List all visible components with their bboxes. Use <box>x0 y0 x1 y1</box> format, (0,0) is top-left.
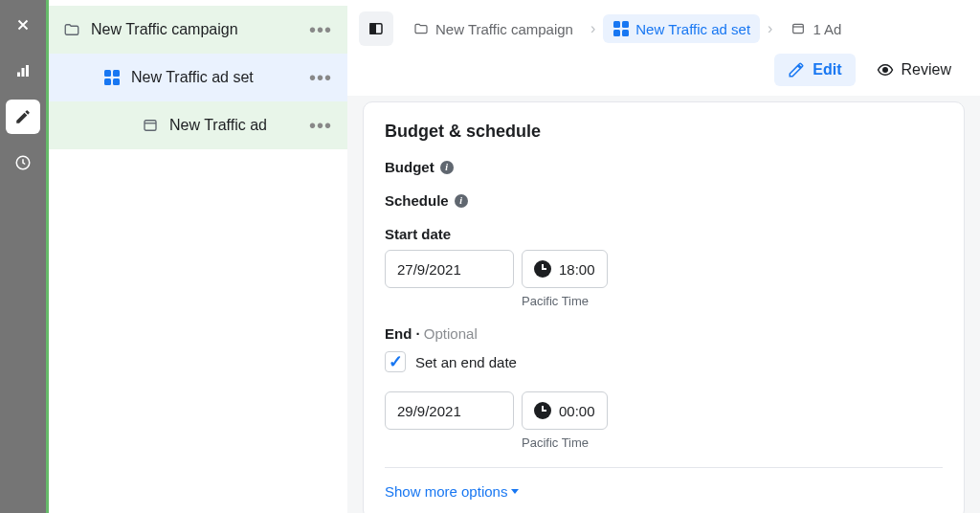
adset-icon <box>612 20 630 37</box>
info-icon[interactable]: i <box>440 161 454 174</box>
check-icon: ✓ <box>389 351 403 372</box>
action-row: Edit Review <box>359 54 965 86</box>
info-icon[interactable]: i <box>455 194 468 208</box>
budget-section-label: Budget i <box>385 159 943 175</box>
budget-schedule-card: Budget & schedule Budget i Schedule i St… <box>363 101 965 513</box>
svg-rect-0 <box>17 73 20 78</box>
folder-icon <box>62 20 81 39</box>
svg-rect-4 <box>145 121 156 131</box>
campaign-tree-panel: New Traffic campaign ••• New Traffic ad … <box>49 0 347 513</box>
breadcrumb-label: 1 Ad <box>813 21 841 37</box>
timezone-label: Pacific Time <box>522 294 943 308</box>
tree-item-adset[interactable]: New Traffic ad set ••• <box>49 54 347 101</box>
edit-button-label: Edit <box>813 61 841 78</box>
more-options-icon[interactable]: ••• <box>303 111 338 141</box>
tree-label: New Traffic ad <box>169 117 267 134</box>
folder-icon <box>412 20 430 37</box>
more-options-icon[interactable]: ••• <box>303 15 338 45</box>
divider <box>385 467 943 468</box>
end-datetime-row: 29/9/2021 00:00 <box>385 391 943 430</box>
left-nav-rail <box>0 0 46 513</box>
history-nav-button[interactable] <box>6 145 40 180</box>
chart-nav-button[interactable] <box>6 54 40 88</box>
sidebar-toggle-icon[interactable] <box>359 11 393 46</box>
main-content: New Traffic campaign › New Traffic ad se… <box>347 0 980 513</box>
set-end-date-row: ✓ Set an end date <box>385 351 943 372</box>
edit-button[interactable]: Edit <box>774 54 855 86</box>
end-time-input[interactable]: 00:00 <box>522 391 608 430</box>
svg-rect-1 <box>22 68 25 77</box>
svg-rect-2 <box>26 65 29 77</box>
svg-rect-8 <box>370 24 375 34</box>
end-date-input[interactable]: 29/9/2021 <box>385 391 514 430</box>
start-date-label: Start date <box>385 226 943 242</box>
breadcrumb-ad[interactable]: 1 Ad <box>780 14 851 43</box>
close-button[interactable] <box>6 8 40 42</box>
checkbox-label: Set an end date <box>415 354 517 370</box>
breadcrumb-label: New Traffic ad set <box>635 21 750 37</box>
review-button[interactable]: Review <box>863 54 965 86</box>
ad-icon <box>790 20 807 37</box>
tree-label: New Traffic campaign <box>91 21 238 38</box>
show-more-options-link[interactable]: Show more options <box>385 483 943 500</box>
ad-icon <box>141 116 160 135</box>
breadcrumb-campaign[interactable]: New Traffic campaign <box>403 14 583 43</box>
adset-icon <box>102 68 122 87</box>
chevron-right-icon: › <box>766 20 774 37</box>
svg-point-11 <box>882 68 887 73</box>
breadcrumb-adset[interactable]: New Traffic ad set <box>603 14 760 43</box>
clock-icon <box>534 260 551 278</box>
breadcrumb: New Traffic campaign › New Traffic ad se… <box>359 11 965 46</box>
start-time-input[interactable]: 18:00 <box>522 250 608 288</box>
chevron-right-icon: › <box>589 20 597 37</box>
set-end-date-checkbox[interactable]: ✓ <box>385 351 406 372</box>
edit-nav-button[interactable] <box>6 100 40 134</box>
tree-label: New Traffic ad set <box>131 69 254 86</box>
more-options-icon[interactable]: ••• <box>303 63 338 93</box>
start-datetime-row: 27/9/2021 18:00 <box>385 250 943 288</box>
review-button-label: Review <box>902 61 951 78</box>
top-bar: New Traffic campaign › New Traffic ad se… <box>347 0 980 96</box>
start-date-input[interactable]: 27/9/2021 <box>385 250 514 288</box>
card-title: Budget & schedule <box>385 122 943 142</box>
eye-icon <box>877 61 894 78</box>
clock-icon <box>534 402 551 419</box>
pencil-icon <box>788 61 805 78</box>
tree-item-ad[interactable]: New Traffic ad ••• <box>49 101 347 149</box>
end-date-label: End · Optional <box>385 325 943 342</box>
timezone-label: Pacific Time <box>522 435 943 450</box>
breadcrumb-label: New Traffic campaign <box>435 21 573 37</box>
schedule-section-label: Schedule i <box>385 192 943 209</box>
caret-down-icon <box>511 489 519 494</box>
tree-item-campaign[interactable]: New Traffic campaign ••• <box>49 6 347 54</box>
svg-rect-9 <box>793 24 804 33</box>
